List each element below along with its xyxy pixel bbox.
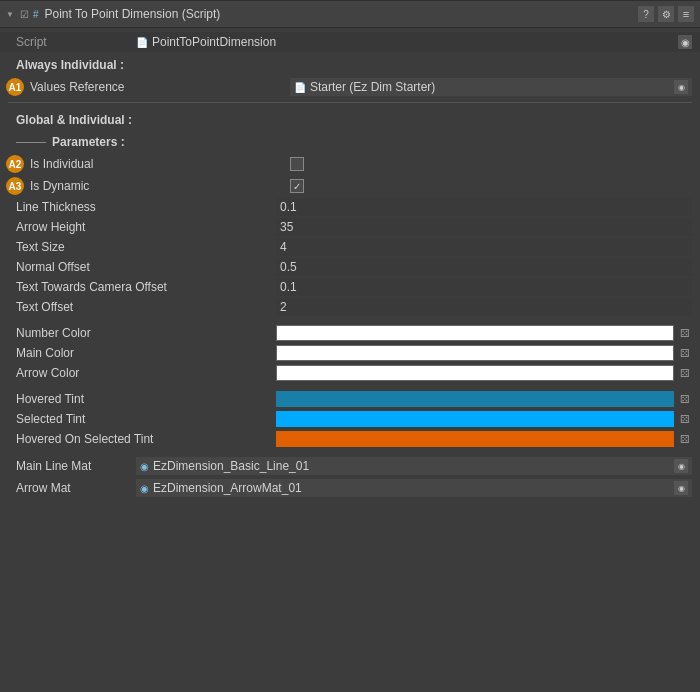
number-color-picker-icon[interactable]: ⚄ [678, 326, 692, 340]
script-label: Script [16, 35, 136, 49]
values-ref-dropdown[interactable]: ◉ [674, 80, 688, 94]
hovered-tint-bar[interactable] [276, 391, 674, 407]
selected-tint-bar-container: ⚄ [276, 411, 692, 427]
main-color-bar-container: ⚄ [276, 345, 692, 361]
main-line-mat-value[interactable]: ◉ EzDimension_Basic_Line_01 ◉ [136, 457, 692, 475]
text-size-row: Text Size [0, 237, 700, 257]
line-thickness-input[interactable] [276, 198, 692, 216]
hovered-tint-row: Hovered Tint ⚄ [0, 389, 700, 409]
arrow-mat-icon: ◉ [140, 483, 149, 494]
params-header: Parameters : [0, 131, 700, 153]
arrow-mat-value[interactable]: ◉ EzDimension_ArrowMat_01 ◉ [136, 479, 692, 497]
selected-tint-label: Selected Tint [16, 412, 276, 426]
text-towards-camera-value-container [276, 278, 692, 296]
arrow-height-label: Arrow Height [16, 220, 276, 234]
text-offset-label: Text Offset [16, 300, 276, 314]
arrow-color-picker-icon[interactable]: ⚄ [678, 366, 692, 380]
is-dynamic-label: Is Dynamic [30, 179, 290, 193]
arrow-color-label: Arrow Color [16, 366, 276, 380]
help-button[interactable]: ? [638, 6, 654, 22]
values-reference-row: A1 Values Reference 📄 Starter (Ez Dim St… [0, 76, 700, 98]
arrow-mat-label: Arrow Mat [16, 481, 136, 495]
a1-badge: A1 [6, 78, 24, 96]
arrow-color-row: Arrow Color ⚄ [0, 363, 700, 383]
line-thickness-label: Line Thickness [16, 200, 276, 214]
arrow-mat-row: Arrow Mat ◉ EzDimension_ArrowMat_01 ◉ [0, 477, 700, 499]
script-row: Script 📄 PointToPointDimension ◉ [0, 32, 700, 52]
main-line-mat-dropdown[interactable]: ◉ [674, 459, 688, 473]
arrow-height-input[interactable] [276, 218, 692, 236]
menu-button[interactable]: ≡ [678, 6, 694, 22]
is-individual-row: A2 Is Individual [0, 153, 700, 175]
hovered-tint-label: Hovered Tint [16, 392, 276, 406]
title-bar: ▼ ☑ # Point To Point Dimension (Script) … [0, 0, 700, 28]
hovered-tint-picker-icon[interactable]: ⚄ [678, 392, 692, 406]
arrow-height-value-container [276, 218, 692, 236]
main-color-picker-icon[interactable]: ⚄ [678, 346, 692, 360]
main-color-row: Main Color ⚄ [0, 343, 700, 363]
normal-offset-row: Normal Offset [0, 257, 700, 277]
line-thickness-row: Line Thickness [0, 197, 700, 217]
script-dropdown-btn[interactable]: ◉ [678, 35, 692, 49]
hovered-on-selected-picker-icon[interactable]: ⚄ [678, 432, 692, 446]
is-dynamic-checkbox[interactable]: ✓ [290, 179, 304, 193]
values-ref-text: Starter (Ez Dim Starter) [310, 80, 670, 94]
divider-1 [8, 102, 692, 103]
text-offset-input[interactable] [276, 298, 692, 316]
text-size-label: Text Size [16, 240, 276, 254]
hovered-tint-bar-container: ⚄ [276, 391, 692, 407]
selected-tint-bar[interactable] [276, 411, 674, 427]
a2-badge: A2 [6, 155, 24, 173]
content-area: Script 📄 PointToPointDimension ◉ Always … [0, 28, 700, 692]
is-individual-checkbox[interactable] [290, 157, 304, 171]
always-individual-header: Always Individual : [0, 52, 700, 76]
hovered-on-selected-bar[interactable] [276, 431, 674, 447]
text-towards-camera-row: Text Towards Camera Offset [0, 277, 700, 297]
script-file-icon: 📄 [136, 37, 148, 48]
normal-offset-input[interactable] [276, 258, 692, 276]
text-size-value-container [276, 238, 692, 256]
values-ref-icon: 📄 [294, 82, 306, 93]
normal-offset-label: Normal Offset [16, 260, 276, 274]
main-color-bar[interactable] [276, 345, 674, 361]
text-offset-value-container [276, 298, 692, 316]
arrow-color-bar[interactable] [276, 365, 674, 381]
hovered-on-selected-row: Hovered On Selected Tint ⚄ [0, 429, 700, 449]
title-bar-title: Point To Point Dimension (Script) [44, 7, 634, 21]
arrow-mat-dropdown[interactable]: ◉ [674, 481, 688, 495]
text-towards-camera-input[interactable] [276, 278, 692, 296]
number-color-bar-container: ⚄ [276, 325, 692, 341]
script-icon: # [33, 9, 39, 20]
is-dynamic-row: A3 Is Dynamic ✓ [0, 175, 700, 197]
script-value-container: 📄 PointToPointDimension ◉ [136, 35, 692, 49]
line-thickness-value-container [276, 198, 692, 216]
settings-button[interactable]: ⚙ [658, 6, 674, 22]
a3-badge: A3 [6, 177, 24, 195]
main-line-mat-row: Main Line Mat ◉ EzDimension_Basic_Line_0… [0, 455, 700, 477]
global-individual-header: Global & Individual : [0, 107, 700, 131]
number-color-label: Number Color [16, 326, 276, 340]
script-value-text: PointToPointDimension [152, 35, 276, 49]
checkbox-icon[interactable]: ☑ [20, 9, 29, 20]
values-reference-value[interactable]: 📄 Starter (Ez Dim Starter) ◉ [290, 78, 692, 96]
normal-offset-value-container [276, 258, 692, 276]
main-line-mat-label: Main Line Mat [16, 459, 136, 473]
main-line-mat-icon: ◉ [140, 461, 149, 472]
text-towards-camera-label: Text Towards Camera Offset [16, 280, 276, 294]
arrow-height-row: Arrow Height [0, 217, 700, 237]
arrow-mat-text: EzDimension_ArrowMat_01 [153, 481, 670, 495]
number-color-bar[interactable] [276, 325, 674, 341]
number-color-row: Number Color ⚄ [0, 323, 700, 343]
params-line [16, 142, 46, 143]
text-size-input[interactable] [276, 238, 692, 256]
values-reference-label: Values Reference [30, 80, 290, 94]
main-color-label: Main Color [16, 346, 276, 360]
arrow-color-bar-container: ⚄ [276, 365, 692, 381]
hovered-on-selected-label: Hovered On Selected Tint [16, 432, 276, 446]
toggle-arrow-icon[interactable]: ▼ [6, 10, 14, 19]
text-offset-row: Text Offset [0, 297, 700, 317]
selected-tint-row: Selected Tint ⚄ [0, 409, 700, 429]
hovered-on-selected-bar-container: ⚄ [276, 431, 692, 447]
selected-tint-picker-icon[interactable]: ⚄ [678, 412, 692, 426]
is-individual-label: Is Individual [30, 157, 290, 171]
